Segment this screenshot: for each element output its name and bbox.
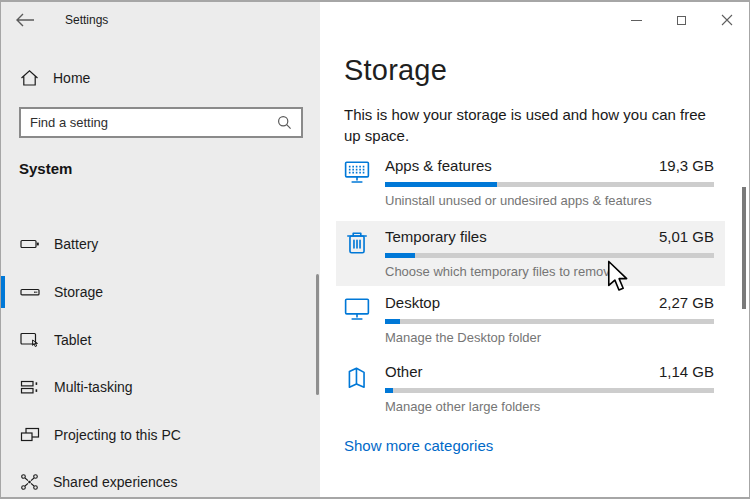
progress-track xyxy=(385,182,714,187)
tablet-icon xyxy=(20,331,40,350)
category-size: 1,14 GB xyxy=(659,363,714,380)
sidebar-item-multitasking[interactable]: Multi-tasking xyxy=(1,363,320,411)
progress-track xyxy=(385,388,714,393)
sidebar-item-battery[interactable]: Battery xyxy=(1,220,320,268)
main-content: Storage This is how your storage is used… xyxy=(320,2,749,497)
category-size: 2,27 GB xyxy=(659,294,714,311)
home-icon xyxy=(20,69,39,87)
multitasking-icon xyxy=(20,378,40,396)
category-size: 19,3 GB xyxy=(659,157,714,174)
category-row-other[interactable]: Other 1,14 GB Manage other large folders xyxy=(336,363,725,414)
sidebar-item-storage[interactable]: Storage xyxy=(1,268,320,316)
sidebar-item-label: Shared experiences xyxy=(53,474,178,490)
progress-track xyxy=(385,319,714,324)
projecting-icon xyxy=(20,426,40,444)
search-input[interactable] xyxy=(21,115,277,130)
category-row-temporary-files[interactable]: Temporary files 5,01 GB Choose which tem… xyxy=(336,221,725,286)
category-name: Apps & features xyxy=(385,157,492,174)
sidebar-item-tablet[interactable]: Tablet xyxy=(1,316,320,364)
progress-fill xyxy=(385,388,393,393)
apps-icon xyxy=(344,159,370,185)
category-description: Manage the Desktop folder xyxy=(385,330,714,345)
page-title: Storage xyxy=(344,54,447,87)
window-title: Settings xyxy=(65,13,108,27)
window-controls xyxy=(614,2,749,38)
sidebar-item-label: Home xyxy=(53,70,90,86)
sidebar-item-label: Battery xyxy=(54,236,98,252)
progress-fill xyxy=(385,319,400,324)
category-name: Temporary files xyxy=(385,228,487,245)
battery-icon xyxy=(20,235,40,253)
monitor-icon xyxy=(344,296,370,322)
category-description: Uninstall unused or undesired apps & fea… xyxy=(385,193,714,208)
trash-icon xyxy=(344,230,370,256)
sidebar-item-label: Storage xyxy=(54,284,103,300)
sidebar: Settings Home System Battery Stora xyxy=(1,2,320,497)
search-icon[interactable] xyxy=(277,115,292,130)
content-scrollbar[interactable] xyxy=(742,187,746,309)
category-size: 5,01 GB xyxy=(659,228,714,245)
shared-experiences-icon xyxy=(20,473,39,491)
category-description: Manage other large folders xyxy=(385,399,714,414)
sidebar-item-label: Projecting to this PC xyxy=(54,427,181,443)
category-row-apps-features[interactable]: Apps & features 19,3 GB Uninstall unused… xyxy=(336,157,725,208)
titlebar-left: Settings xyxy=(1,2,320,38)
category-name: Desktop xyxy=(385,294,440,311)
progress-fill xyxy=(385,182,497,187)
sidebar-item-shared-experiences[interactable]: Shared experiences xyxy=(1,458,320,499)
maximize-icon xyxy=(677,16,686,25)
folder-icon xyxy=(344,365,370,391)
page-description: This is how your storage is used and how… xyxy=(344,104,716,146)
sidebar-item-label: Tablet xyxy=(54,332,91,348)
sidebar-section-system: System xyxy=(19,160,72,177)
settings-window: Settings Home System Battery Stora xyxy=(0,0,750,499)
sidebar-scrollbar[interactable] xyxy=(316,274,319,395)
sidebar-item-projecting[interactable]: Projecting to this PC xyxy=(1,411,320,459)
minimize-icon xyxy=(631,20,642,21)
category-name: Other xyxy=(385,363,423,380)
progress-track xyxy=(385,253,714,258)
close-icon xyxy=(721,14,733,26)
sidebar-item-label: Multi-tasking xyxy=(54,379,133,395)
category-description: Choose which temporary files to remove xyxy=(385,264,714,279)
maximize-button[interactable] xyxy=(659,2,704,38)
search-box xyxy=(19,107,303,138)
progress-fill xyxy=(385,253,415,258)
show-more-categories-link[interactable]: Show more categories xyxy=(344,437,493,454)
storage-icon xyxy=(20,283,40,301)
close-button[interactable] xyxy=(704,2,749,38)
back-icon[interactable] xyxy=(14,11,36,29)
sidebar-item-home[interactable]: Home xyxy=(1,60,320,96)
minimize-button[interactable] xyxy=(614,2,659,38)
category-row-desktop[interactable]: Desktop 2,27 GB Manage the Desktop folde… xyxy=(336,294,725,345)
